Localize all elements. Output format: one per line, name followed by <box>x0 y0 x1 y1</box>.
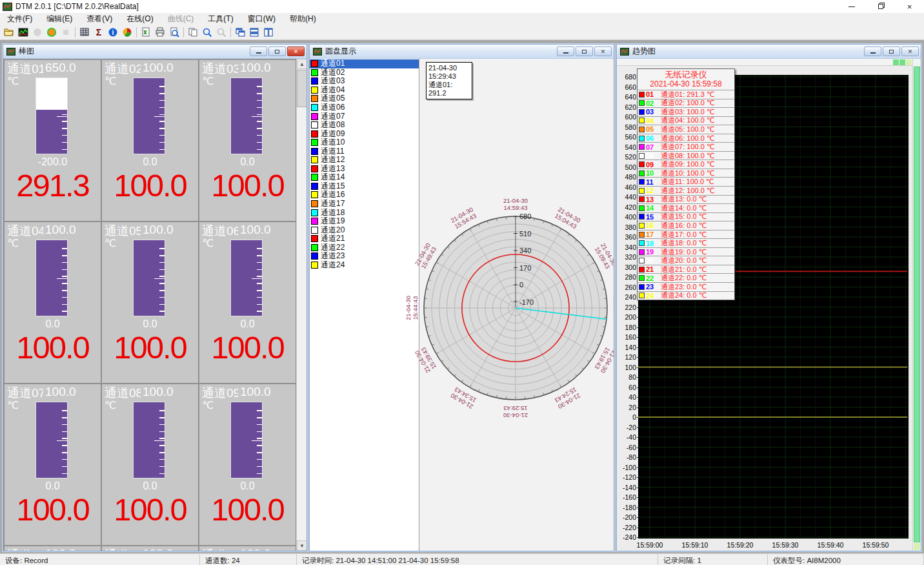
trend-close-button[interactable]: ✕ <box>901 46 919 56</box>
toolbar-print-icon[interactable] <box>153 26 167 39</box>
svg-text:21-04-3015:29:43: 21-04-3015:29:43 <box>503 405 528 419</box>
legend-color-swatch <box>639 153 645 159</box>
toolbar-print-preview-icon[interactable] <box>167 26 181 39</box>
toolbar-export-excel-icon[interactable] <box>139 26 153 39</box>
y-axis-label: 180 <box>618 324 636 331</box>
legend-entry: 20通道20: 0.0 ℃ <box>638 256 734 265</box>
y-axis-label: 40 <box>618 393 636 401</box>
y-axis-label: 0 <box>618 413 636 421</box>
toolbar-statistics-sigma-icon[interactable]: Σ <box>92 26 106 39</box>
legend-entry: 24通道24: 0.0 ℃ <box>638 291 734 300</box>
scroll-up-icon[interactable]: ▲ <box>297 59 306 69</box>
channel-name: 通道11 <box>105 547 141 551</box>
menu-window[interactable]: 窗口(W) <box>241 12 283 26</box>
toolbar-open-file-icon[interactable] <box>2 26 16 39</box>
toolbar-realtime-data-icon[interactable] <box>16 26 30 39</box>
disc-close-button[interactable]: ✕ <box>594 46 612 56</box>
svg-text:680: 680 <box>519 212 531 220</box>
scroll-down-icon[interactable]: ▼ <box>297 540 306 551</box>
channel-value: 100.0 <box>102 491 198 528</box>
bar-minimize-button[interactable] <box>250 46 267 56</box>
y-axis-label: 400 <box>618 213 636 221</box>
gauge-max-value: 100.0 <box>143 385 174 399</box>
menu-file[interactable]: 文件(F) <box>0 12 39 26</box>
channel-value: 100.0 <box>199 491 296 528</box>
disc-maximize-button[interactable] <box>576 46 593 56</box>
bar-window-titlebar[interactable]: 棒图 ✕ <box>3 45 306 59</box>
svg-text:340: 340 <box>519 247 531 254</box>
tooltip-value: 通道01: 291.2 <box>428 81 470 98</box>
minimize-button[interactable] <box>837 0 866 13</box>
trend-maximize-button[interactable] <box>883 46 900 56</box>
legend-color-swatch <box>639 214 645 220</box>
toolbar-record-idle-icon <box>30 26 45 39</box>
trend-window-icon <box>620 48 629 56</box>
close-button[interactable]: × <box>895 0 924 13</box>
y-axis-label: 680 <box>618 73 636 81</box>
gauge-bar <box>230 77 263 154</box>
legend-title: 无纸记录仪 <box>638 69 734 79</box>
y-axis-label: 420 <box>618 203 636 211</box>
bar-close-button[interactable]: ✕ <box>287 46 305 56</box>
toolbar-tile-horizontal-icon[interactable] <box>247 26 261 39</box>
toolbar-record-active-icon[interactable] <box>45 26 59 39</box>
legend-entry: 17通道17: 0.0 ℃ <box>638 230 734 239</box>
toolbar-copy-icon[interactable] <box>186 26 200 39</box>
y-axis-label: 360 <box>618 233 636 241</box>
y-axis-label: -240 <box>618 533 636 541</box>
toolbar: Σi <box>0 25 924 40</box>
legend-entry: 14通道14: 0.0 ℃ <box>638 203 734 212</box>
gauge-max-value: 100.0 <box>240 547 271 551</box>
legend-entry: 10通道10: 100.0 ℃ <box>638 169 734 178</box>
y-axis-label: 440 <box>618 193 636 201</box>
menu-view[interactable]: 查看(V) <box>79 12 119 26</box>
legend-channel-number: 13 <box>646 196 658 203</box>
gauge-max-value: 100.0 <box>240 223 271 237</box>
app-icon <box>3 3 12 11</box>
bar-gauge-cell: 通道02100.0℃0.0100.0 <box>102 60 198 221</box>
scroll-thumb[interactable] <box>914 67 920 542</box>
disc-window-titlebar[interactable]: 圆盘显示 ✕ <box>310 45 614 59</box>
scroll-thumb[interactable] <box>297 70 306 107</box>
trend-vertical-scrollbar[interactable] <box>912 59 921 551</box>
toolbar-zoom-in-icon[interactable] <box>200 26 214 39</box>
bar-maximize-button[interactable] <box>268 46 286 56</box>
toolbar-info-icon[interactable]: i <box>106 26 120 39</box>
menu-help[interactable]: 帮助(H) <box>283 12 323 26</box>
gauge-min-value: 0.0 <box>5 480 101 492</box>
y-axis-label: 300 <box>618 263 636 271</box>
restore-button[interactable] <box>866 0 895 13</box>
legend-color-swatch <box>639 293 645 298</box>
toolbar-data-table-icon[interactable] <box>77 26 92 39</box>
bar-scrollbar[interactable]: ▲ ▼ <box>296 59 306 551</box>
x-axis-label: 15:59:00 <box>630 541 669 549</box>
y-axis-label: 120 <box>618 353 636 361</box>
menu-tools[interactable]: 工具(T) <box>201 12 240 26</box>
gauge-unit: ℃ <box>105 237 116 249</box>
window-controls: × <box>837 0 924 13</box>
disc-minimize-button[interactable] <box>557 46 574 56</box>
y-axis-label: 160 <box>618 333 636 341</box>
trend-minimize-button[interactable] <box>864 46 881 56</box>
trend-horizontal-scrollbar[interactable] <box>617 59 912 66</box>
gauge-midtick <box>252 278 262 280</box>
menu-edit[interactable]: 编辑(E) <box>39 12 79 26</box>
bar-window-icon <box>6 48 15 56</box>
trend-chart-window: 趋势图 ✕ 6806606406206005805605405205004804… <box>616 44 921 551</box>
legend-entry: 22通道22: 0.0 ℃ <box>638 273 734 282</box>
gauge-bar <box>35 402 68 478</box>
legend-channel-number: 15 <box>646 213 658 221</box>
legend-color-swatch <box>639 127 645 132</box>
y-axis-label: -120 <box>618 473 636 481</box>
gauge-min-value: 0.0 <box>199 318 296 330</box>
legend-channel-number: 07 <box>646 143 658 151</box>
legend-color-swatch <box>639 267 645 272</box>
y-axis-label: 260 <box>618 283 636 291</box>
y-axis-label: 60 <box>618 384 636 391</box>
toolbar-pie-chart-icon[interactable] <box>120 26 134 39</box>
gauge-unit: ℃ <box>105 75 116 87</box>
toolbar-tile-vertical-icon[interactable] <box>261 26 276 39</box>
menu-online[interactable]: 在线(O) <box>119 12 160 26</box>
trend-window-titlebar[interactable]: 趋势图 ✕ <box>617 45 921 59</box>
toolbar-cascade-windows-icon[interactable] <box>233 26 247 39</box>
